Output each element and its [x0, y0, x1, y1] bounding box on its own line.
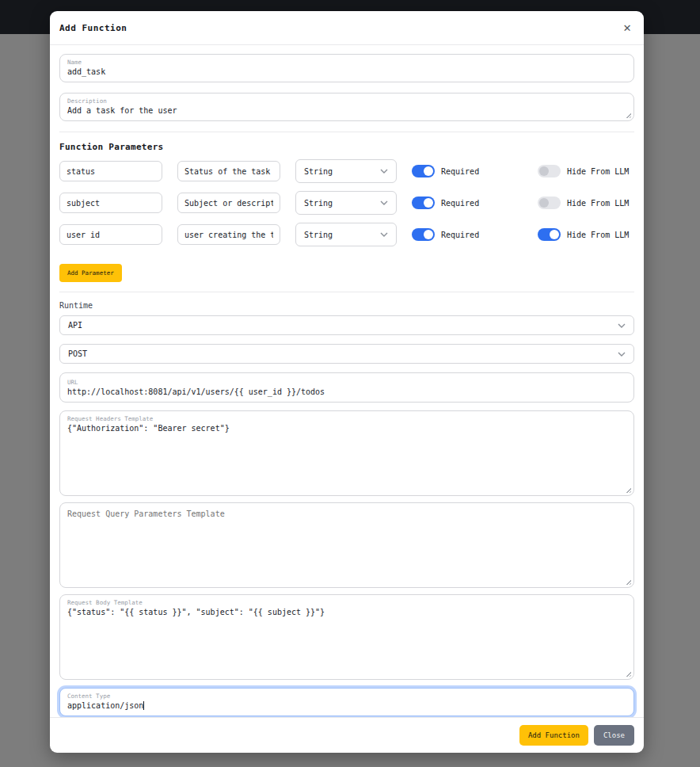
toggle-knob	[424, 230, 433, 239]
hide-from-llm-label: Hide From LLM	[567, 231, 629, 239]
parameter-description-input[interactable]	[177, 161, 280, 181]
parameter-name-input[interactable]	[59, 224, 162, 245]
parameter-name-input[interactable]	[59, 161, 162, 181]
add-function-button[interactable]: Add Function	[519, 725, 588, 746]
http-method-select[interactable]: POST	[59, 344, 634, 364]
required-label: Required	[441, 167, 479, 176]
required-toggle-group: Required	[412, 197, 515, 209]
required-label: Required	[441, 199, 479, 208]
hide-from-llm-toggle[interactable]	[538, 197, 561, 209]
hide-from-llm-toggle-group: Hide From LLM	[538, 165, 629, 177]
parameter-description-input[interactable]	[177, 193, 280, 213]
close-button[interactable]: Close	[594, 725, 634, 746]
parameter-type-value: String	[304, 199, 333, 208]
parameter-type-select[interactable]: String	[295, 223, 397, 246]
modal-header: Add Function ✕	[50, 11, 644, 45]
url-input[interactable]	[67, 387, 626, 397]
request-headers-field[interactable]: Request Headers Template {"Authorization…	[59, 410, 634, 496]
runtime-select[interactable]: API	[59, 315, 634, 335]
url-field[interactable]: URL	[59, 372, 634, 403]
name-input[interactable]	[67, 67, 626, 77]
description-field-label: Description	[67, 97, 626, 105]
hide-from-llm-toggle[interactable]	[538, 165, 561, 177]
app-root: { "colors": { "accent_yellow": "#ffc107"…	[0, 0, 700, 767]
hide-from-llm-toggle-group: Hide From LLM	[538, 197, 629, 209]
section-divider	[59, 132, 634, 132]
toggle-knob	[424, 166, 433, 176]
toggle-knob	[539, 166, 549, 176]
parameters-heading: Function Parameters	[59, 142, 634, 152]
modal-title: Add Function	[59, 23, 127, 33]
section-divider	[59, 292, 634, 292]
close-icon[interactable]: ✕	[623, 21, 631, 34]
hide-from-llm-toggle-group: Hide From LLM	[538, 228, 629, 241]
parameter-rows: String Required Hide From LLM String	[59, 159, 634, 246]
parameter-type-value: String	[304, 231, 333, 239]
required-toggle[interactable]	[412, 197, 435, 209]
parameter-row: String Required Hide From LLM	[59, 191, 634, 215]
chevron-down-icon	[618, 352, 626, 357]
chevron-down-icon	[380, 200, 388, 205]
request-headers-label: Request Headers Template	[67, 415, 626, 423]
parameter-row: String Required Hide From LLM	[59, 223, 634, 246]
chevron-down-icon	[618, 323, 626, 328]
content-type-label: Content Type	[67, 693, 626, 700]
parameter-type-select[interactable]: String	[295, 159, 397, 183]
toggle-knob	[550, 230, 559, 239]
modal-body: Name Description Function Parameters Str…	[50, 45, 644, 717]
parameter-type-value: String	[304, 167, 333, 176]
chevron-down-icon	[380, 232, 388, 237]
add-parameter-button[interactable]: Add Parameter	[59, 264, 122, 282]
required-toggle-group: Required	[412, 165, 515, 177]
toggle-knob	[539, 198, 549, 208]
runtime-label: Runtime	[59, 301, 634, 310]
hide-from-llm-label: Hide From LLM	[567, 199, 629, 208]
description-input[interactable]	[67, 105, 626, 116]
parameter-name-input[interactable]	[59, 193, 162, 213]
parameter-type-select[interactable]: String	[295, 191, 397, 215]
add-function-modal: Add Function ✕ Name Description Function…	[50, 11, 644, 753]
request-body-field[interactable]: Request Body Template {"status": "{{ sta…	[59, 594, 634, 680]
name-field-label: Name	[67, 59, 626, 67]
required-toggle-group: Required	[412, 228, 515, 241]
content-type-input[interactable]: application/json	[67, 700, 626, 711]
required-toggle[interactable]	[412, 165, 435, 177]
request-query-params-field[interactable]	[59, 502, 634, 588]
parameter-description-input[interactable]	[177, 224, 280, 245]
description-field[interactable]: Description	[59, 93, 634, 121]
hide-from-llm-label: Hide From LLM	[567, 167, 629, 176]
chevron-down-icon	[380, 169, 388, 174]
modal-footer: Add Function Close	[50, 717, 644, 753]
url-field-label: URL	[67, 379, 626, 387]
content-type-field[interactable]: Content Type application/json	[59, 688, 634, 716]
hide-from-llm-toggle[interactable]	[538, 228, 561, 241]
required-toggle[interactable]	[412, 228, 435, 241]
required-label: Required	[441, 231, 479, 239]
request-query-params-textarea[interactable]	[67, 509, 626, 584]
name-field[interactable]: Name	[59, 54, 634, 82]
request-headers-textarea[interactable]: {"Authorization": "Bearer secret"}	[67, 423, 626, 490]
text-caret	[143, 701, 144, 710]
request-body-label: Request Body Template	[67, 599, 626, 607]
runtime-select-value: API	[68, 321, 82, 330]
parameter-row: String Required Hide From LLM	[59, 159, 634, 183]
toggle-knob	[424, 198, 433, 208]
request-body-textarea[interactable]: {"status": "{{ status }}", "subject": "{…	[67, 607, 626, 674]
http-method-value: POST	[68, 349, 87, 358]
